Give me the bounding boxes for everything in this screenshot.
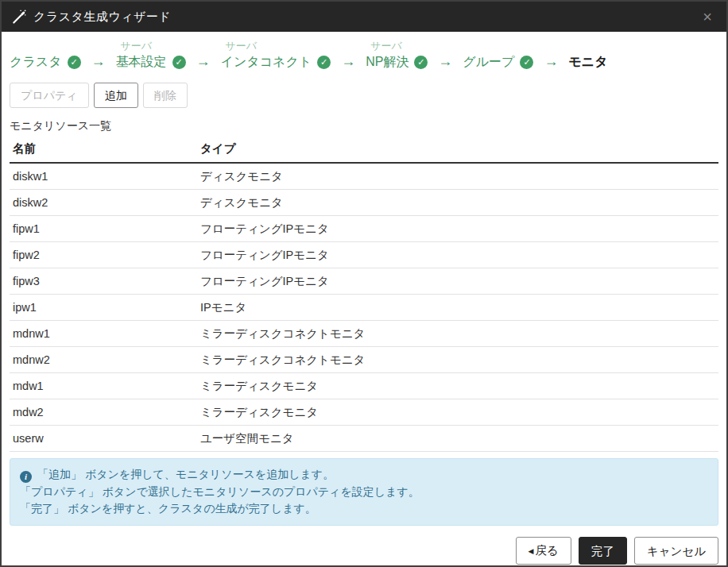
check-icon: ✓ [68,56,81,69]
wizard-step-monitor[interactable]: モニタ [568,40,607,70]
column-header-type: タイプ [197,137,718,163]
cell-name: mdw2 [10,399,197,426]
cell-name: mdw1 [10,373,197,399]
column-header-name: 名前 [10,137,197,163]
info-line: 「プロパティ」 ボタンで選択したモニタリソースのプロパティを設定します。 [20,484,708,501]
step-arrow-icon: → [341,52,355,70]
monitor-table: 名前 タイプ diskw1ディスクモニタdiskw2ディスクモニタfipw1フロ… [10,137,718,452]
cell-type: フローティングIPモニタ [197,242,718,268]
back-button[interactable]: ◀戻る [516,537,571,565]
cell-type: ミラーディスクコネクトモニタ [197,347,718,373]
step-label: クラスタ [10,54,62,70]
step-label-row: 基本設定✓ [116,54,186,70]
cell-type: IPモニタ [197,295,718,321]
info-text: 「完了」 ボタンを押すと、クラスタの生成が完了します。 [20,502,316,515]
dialog-content: クラスタ✓→サーバ基本設定✓→サーバインタコネクト✓→サーバNP解決✓→ グルー… [2,32,726,567]
table-row[interactable]: diskw2ディスクモニタ [10,190,718,216]
cell-type: ミラーディスクモニタ [197,399,718,426]
step-label-row: NP解決✓ [366,54,428,70]
property-button[interactable]: プロパティ [10,83,89,108]
step-sub-label: サーバ [121,40,186,52]
cell-name: fipw1 [10,216,197,242]
cell-name: diskw1 [10,163,197,190]
info-icon: i [20,471,32,483]
table-row[interactable]: userwユーザ空間モニタ [10,426,718,452]
info-box: i「追加」 ボタンを押して、モニタリソースを追加します。「プロパティ」 ボタンで… [10,458,718,526]
cell-type: ディスクモニタ [197,190,718,216]
close-icon[interactable]: × [698,7,717,26]
table-row[interactable]: mdw2ミラーディスクモニタ [10,399,718,426]
step-label: グループ [463,54,514,70]
footer-buttons: ◀戻る 完了 キャンセル [10,526,718,565]
check-icon: ✓ [317,56,331,69]
step-label-row: クラスタ✓ [10,54,81,70]
cell-type: ディスクモニタ [197,163,718,190]
step-label-row: モニタ [568,54,607,70]
wizard-step-np[interactable]: サーバNP解決✓ [366,40,428,70]
step-arrow-icon: → [438,52,452,70]
table-header-row: 名前 タイプ [10,137,718,163]
step-label-row: インタコネクト✓ [221,54,331,70]
remove-button[interactable]: 削除 [143,83,188,108]
cluster-wizard-dialog: クラスタ生成ウィザード × クラスタ✓→サーバ基本設定✓→サーバインタコネクト✓… [0,0,728,567]
step-label: モニタ [568,54,607,70]
toolbar: プロパティ 追加 削除 [10,79,718,110]
add-button[interactable]: 追加 [94,83,138,108]
step-label: NP解決 [366,54,409,70]
cell-type: ユーザ空間モニタ [197,426,718,452]
cell-name: diskw2 [10,190,197,216]
check-icon: ✓ [172,56,186,69]
step-arrow-icon: → [544,52,558,70]
cell-name: fipw2 [10,242,197,268]
table-row[interactable]: mdnw1ミラーディスクコネクトモニタ [10,321,718,347]
cell-name: mdnw1 [10,321,197,347]
step-label: 基本設定 [116,54,167,70]
table-row[interactable]: mdw1ミラーディスクモニタ [10,373,718,399]
cell-name: userw [10,426,197,452]
step-sub-label [573,40,607,52]
wizard-step-group[interactable]: グループ✓ [463,40,533,70]
check-icon: ✓ [414,56,428,69]
table-row[interactable]: diskw1ディスクモニタ [10,163,718,190]
cell-type: ミラーディスクコネクトモニタ [197,321,718,347]
cell-type: ミラーディスクモニタ [197,373,718,399]
step-label: インタコネクト [221,54,312,70]
info-text: 「追加」 ボタンを押して、モニタリソースを追加します。 [37,468,334,480]
cell-name: fipw3 [10,268,197,295]
monitor-list-caption: モニタリソース一覧 [10,119,718,133]
wizard-step-basic[interactable]: サーバ基本設定✓ [116,40,186,70]
back-arrow-icon: ◀ [529,547,534,555]
cell-type: フローティングIPモニタ [197,268,718,295]
cell-name: ipw1 [10,295,197,321]
cell-type: フローティングIPモニタ [197,216,718,242]
check-icon: ✓ [520,56,533,69]
wizard-wand-icon [11,9,27,25]
table-row[interactable]: fipw3フローティングIPモニタ [10,268,718,295]
back-button-label: 戻る [535,544,558,557]
dialog-title: クラスタ生成ウィザード [33,10,171,25]
table-row[interactable]: ipw1IPモニタ [10,295,718,321]
step-sub-label: サーバ [370,40,428,52]
step-arrow-icon: → [196,52,211,70]
cell-name: mdnw2 [10,347,197,373]
step-label-row: グループ✓ [463,54,533,70]
table-row[interactable]: fipw2フローティングIPモニタ [10,242,718,268]
wizard-step-cluster[interactable]: クラスタ✓ [10,40,81,70]
step-arrow-icon: → [91,52,106,70]
info-line: 「完了」 ボタンを押すと、クラスタの生成が完了します。 [20,500,708,518]
table-row[interactable]: fipw1フローティングIPモニタ [10,216,718,242]
title-bar: クラスタ生成ウィザード × [2,2,726,32]
cancel-button[interactable]: キャンセル [634,537,718,565]
table-row[interactable]: mdnw2ミラーディスクコネクトモニタ [10,347,718,373]
step-sub-label [467,40,533,52]
monitor-table-body: diskw1ディスクモニタdiskw2ディスクモニタfipw1フローティングIP… [10,163,718,452]
finish-button[interactable]: 完了 [579,537,627,565]
wizard-steps: クラスタ✓→サーバ基本設定✓→サーバインタコネクト✓→サーバNP解決✓→ グルー… [10,38,718,79]
info-line: i「追加」 ボタンを押して、モニタリソースを追加します。 [20,466,708,484]
info-text: 「プロパティ」 ボタンで選択したモニタリソースのプロパティを設定します。 [20,485,420,498]
step-sub-label: サーバ [226,40,331,52]
step-sub-label [14,40,81,52]
wizard-step-interconnect[interactable]: サーバインタコネクト✓ [221,40,331,70]
